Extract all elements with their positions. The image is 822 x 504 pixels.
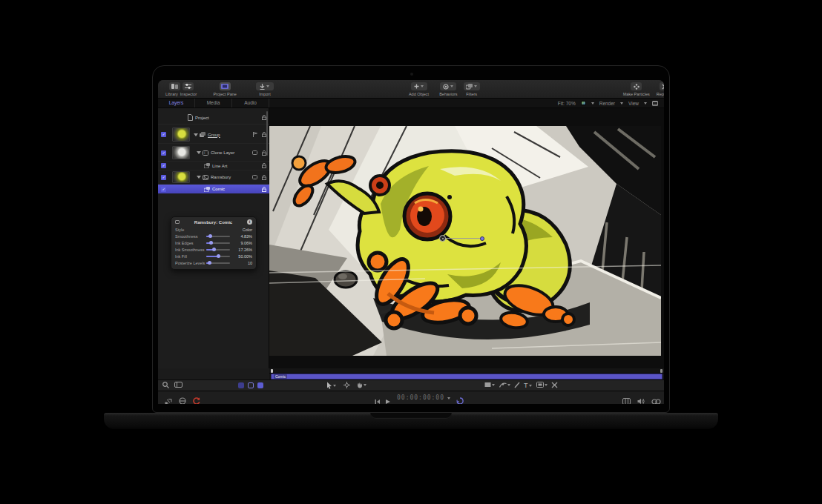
ink-edges-slider[interactable]	[206, 242, 230, 244]
replicate-icon[interactable]	[660, 82, 664, 90]
timecode-display[interactable]: 00:00:00:00	[397, 394, 444, 401]
layer-row-project[interactable]: Project	[158, 111, 269, 125]
hud-row-ink-edges[interactable]: Ink Edges 9.06%	[175, 239, 252, 246]
playhead-marker[interactable]	[271, 369, 273, 373]
layer-checkbox[interactable]: ✓	[161, 163, 166, 168]
bezier-tool[interactable]	[499, 382, 510, 388]
layer-row-line-art[interactable]: ✓ Line Art	[158, 162, 269, 170]
previous-frame-button[interactable]	[375, 394, 381, 404]
hand-tool[interactable]	[357, 382, 366, 388]
filter-control-gear-icon[interactable]	[439, 235, 446, 242]
layer-row-ramsbury[interactable]: ✓ Ramsbury	[158, 170, 269, 185]
timeline-ruler[interactable]	[269, 368, 664, 374]
lock-icon[interactable]	[262, 163, 266, 168]
channels-swatch-icon[interactable]	[581, 101, 586, 105]
tab-row: Layers Media Audio Fit: 70% Render View	[158, 99, 664, 108]
timeline-view-toggles[interactable]	[238, 382, 263, 388]
mini-timeline[interactable]: Comic	[269, 368, 664, 379]
render-menu[interactable]: Render	[599, 101, 615, 106]
disclosure-triangle-icon[interactable]	[194, 133, 198, 136]
library-icon[interactable]	[169, 82, 180, 90]
anchor-point-tool[interactable]	[343, 382, 350, 388]
info-icon[interactable]: i	[247, 219, 252, 225]
show-keyframes-toggle[interactable]	[248, 382, 254, 388]
hud-row-posterize-levels[interactable]: Posterize Levels 10	[175, 259, 252, 266]
layer-row-clone-layer[interactable]: ✓ i Clone Layer	[158, 145, 269, 162]
timecode-chevron-icon[interactable]	[447, 397, 450, 399]
ink-fill-slider[interactable]	[206, 256, 230, 257]
record-icon[interactable]	[193, 394, 200, 404]
blend-icon[interactable]	[252, 150, 257, 155]
replicate-label: Replicate	[657, 92, 664, 96]
posterize-levels-slider[interactable]	[206, 262, 230, 264]
lock-icon[interactable]	[262, 175, 266, 180]
lock-icon[interactable]	[262, 187, 266, 192]
hud-row-label: Posterize Levels	[175, 261, 203, 265]
clip-appearance-icon[interactable]	[174, 382, 183, 388]
hand-tool-chevron-icon	[364, 384, 366, 386]
import-icon	[260, 84, 265, 90]
layer-checkbox[interactable]: ✓	[161, 132, 166, 137]
rectangle-tool[interactable]	[484, 382, 495, 388]
animation-menu-icon[interactable]	[165, 394, 172, 404]
ink-smoothness-slider[interactable]	[206, 249, 230, 251]
tab-media[interactable]: Media	[195, 99, 232, 107]
hud-row-ink-smoothness[interactable]: Ink Smoothness 17.26%	[175, 246, 252, 253]
behaviors-button[interactable]: Behaviors	[439, 82, 457, 96]
layer-row-comic-selected[interactable]: ✓ Comic	[158, 185, 269, 193]
tab-audio[interactable]: Audio	[232, 99, 269, 107]
link-loop-icon[interactable]	[651, 394, 661, 404]
layout-grid-icon[interactable]	[652, 101, 658, 106]
layers-panel: Project ✓ Group	[158, 108, 269, 368]
smoothness-slider[interactable]	[206, 236, 230, 237]
play-button[interactable]	[385, 394, 391, 404]
make-particles-button[interactable]: Make Particles	[623, 82, 650, 96]
panel-scrollbar[interactable]	[266, 111, 268, 156]
speaker-icon[interactable]	[637, 394, 645, 404]
zoom-level-control[interactable]: Fit: 70%	[558, 101, 576, 106]
hud-row-style[interactable]: Style Color	[175, 226, 252, 233]
project-pane-button[interactable]: Project Pane	[213, 82, 237, 96]
timeline-clip-bar[interactable]: Comic	[271, 374, 662, 379]
layer-name: Group	[208, 133, 220, 137]
layer-checkbox[interactable]: ✓	[161, 187, 166, 192]
hud-row-smoothness[interactable]: Smoothness 4.83%	[175, 233, 252, 239]
hud-panel[interactable]: Ramsbury: Comic i Style Color Smoothness…	[171, 216, 257, 270]
inspector-icon[interactable]	[183, 82, 194, 90]
search-icon[interactable]	[162, 382, 169, 388]
show-audio-toggle[interactable]	[257, 382, 263, 388]
filmstrip-icon[interactable]	[622, 394, 631, 404]
text-tool[interactable]: T	[524, 382, 532, 389]
flag-icon[interactable]	[253, 132, 257, 137]
make-particles-icon[interactable]	[631, 82, 642, 90]
mask-tool[interactable]	[536, 382, 548, 388]
tab-layers[interactable]: Layers	[158, 99, 195, 107]
filters-button[interactable]: Filters	[464, 82, 480, 96]
import-button[interactable]: Import	[256, 82, 274, 96]
layer-checkbox[interactable]: ✓	[161, 150, 166, 156]
view-menu[interactable]: View	[628, 101, 639, 106]
layer-row-group[interactable]: ✓ Group	[158, 126, 269, 144]
disclosure-triangle-icon[interactable]	[197, 151, 201, 154]
disclosure-triangle-icon[interactable]	[197, 176, 201, 179]
library-button[interactable]: Library Inspector	[165, 82, 197, 96]
project-pane-icon[interactable]	[220, 82, 231, 90]
add-object-button[interactable]: Add Object	[409, 82, 429, 96]
filters-chevron-icon	[474, 85, 477, 87]
loop-playback-icon[interactable]	[456, 394, 464, 404]
filter-control-handle[interactable]	[480, 236, 484, 241]
blend-icon[interactable]	[252, 175, 257, 179]
transform-axis-tool[interactable]	[551, 382, 558, 388]
onscreen-filter-control[interactable]	[439, 235, 484, 242]
style-popup[interactable]: Color	[233, 228, 252, 232]
show-effects-toggle[interactable]	[238, 382, 244, 388]
laptop-screen: Library Inspector Project Pane Impor	[152, 65, 670, 413]
hud-row-ink-fill[interactable]: Ink Fill 50.00%	[175, 253, 252, 259]
line-tool[interactable]	[514, 382, 520, 388]
select-tool[interactable]	[326, 382, 336, 389]
replicate-button[interactable]: Replicate	[657, 82, 664, 96]
keyframe-display-icon[interactable]	[179, 394, 186, 404]
layer-checkbox[interactable]: ✓	[161, 175, 166, 180]
canvas-area[interactable]	[269, 108, 664, 368]
import-label: Import	[259, 92, 271, 96]
